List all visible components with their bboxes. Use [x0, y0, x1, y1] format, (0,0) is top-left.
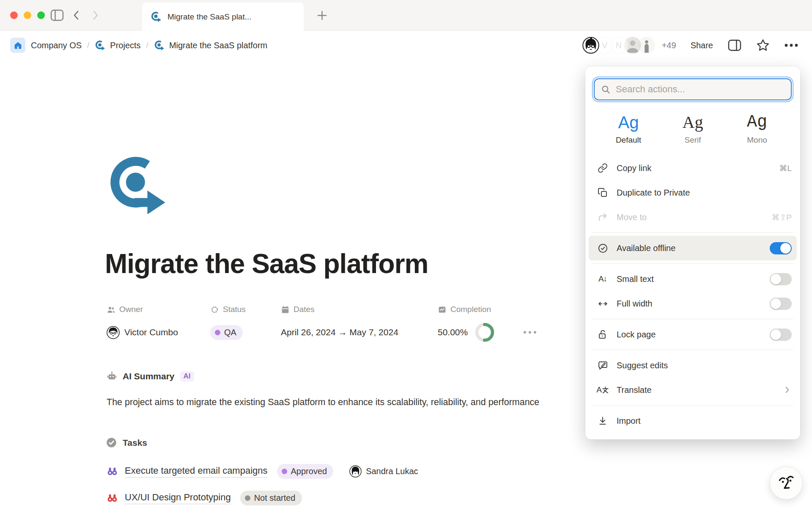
breadcrumb-item-current-page[interactable]: Migrate the SaaS platform — [154, 40, 267, 51]
check-circle-icon — [596, 243, 609, 254]
font-option-mono[interactable]: Ag Mono — [725, 113, 789, 145]
page-options-menu: Ag Default Ag Serif Ag Mono Copy link ⌘L… — [585, 66, 800, 439]
breadcrumb: Company OS / Projects / Migrate the SaaS… — [10, 38, 267, 53]
calendar-icon — [281, 305, 290, 314]
property-label-status[interactable]: Status — [210, 304, 281, 315]
tab-title: Migrate the SaaS plat... — [167, 12, 252, 22]
property-value-owner[interactable]: Victor Cumbo — [107, 323, 210, 342]
tag-dot — [215, 330, 220, 335]
menu-item-copy-link[interactable]: Copy link ⌘L — [585, 156, 800, 180]
menu-divider — [592, 263, 793, 264]
menu-item-available-offline[interactable]: Available offline — [589, 236, 797, 260]
menu-item-move-to[interactable]: Move to ⌘⇧P — [585, 205, 800, 229]
full-width-toggle[interactable] — [770, 298, 792, 310]
cycle-icon — [154, 40, 165, 51]
property-value-status[interactable]: QA — [210, 323, 281, 342]
window-titlebar: Migrate the SaaS plat... — [0, 0, 812, 30]
menu-item-translate[interactable]: A Translate — [585, 378, 800, 402]
collaborator-overflow-count[interactable]: +49 — [662, 41, 676, 50]
font-option-serif[interactable]: Ag Serif — [661, 113, 725, 145]
minimize-window-button[interactable] — [24, 11, 31, 19]
task-status-tag[interactable]: Approved — [277, 464, 334, 479]
task-link[interactable]: UX/UI Design Prototyping — [125, 492, 231, 504]
spinner-icon — [210, 305, 219, 314]
font-option-default[interactable]: Ag Default — [596, 113, 661, 145]
link-icon — [596, 163, 609, 173]
breadcrumb-item-company-os[interactable]: Company OS — [31, 41, 82, 50]
small-text-icon: A↓ — [596, 274, 609, 284]
menu-divider — [592, 350, 793, 350]
menu-item-lock-page[interactable]: Lock page — [585, 322, 800, 347]
check-circle-icon — [106, 437, 117, 448]
tag-dot — [245, 495, 250, 501]
binoculars-icon — [107, 492, 118, 504]
binoculars-icon — [107, 466, 118, 477]
task-row: UX/UI Design Prototyping Not started — [107, 488, 302, 508]
breadcrumb-separator: / — [146, 41, 148, 50]
ai-face-icon — [774, 471, 798, 495]
menu-item-import[interactable]: Import — [585, 409, 800, 433]
toggle-sidebar-icon[interactable] — [50, 8, 64, 22]
breadcrumb-bar: Company OS / Projects / Migrate the SaaS… — [0, 30, 812, 60]
robot-icon — [107, 371, 117, 381]
shortcut-label: ⌘⇧P — [771, 213, 792, 222]
property-label-dates[interactable]: Dates — [281, 304, 438, 315]
assignee-avatar — [349, 465, 362, 478]
task-assignee[interactable]: Sandra Lukac — [349, 465, 418, 478]
move-to-icon — [596, 212, 609, 222]
favorite-star-icon[interactable] — [756, 39, 770, 52]
available-offline-toggle[interactable] — [770, 242, 792, 254]
nav-back-button[interactable] — [69, 8, 84, 22]
search-actions-input[interactable] — [616, 84, 785, 95]
property-value-completion[interactable]: 50.00% — [438, 323, 536, 342]
avatar — [582, 36, 600, 55]
small-text-toggle[interactable] — [770, 273, 792, 285]
tasks-heading: Tasks — [123, 438, 147, 448]
import-icon — [596, 416, 609, 426]
property-label-owner[interactable]: Owner — [107, 304, 210, 315]
shortcut-label: ⌘L — [779, 163, 792, 173]
app-window: Migrate the SaaS plat... Company OS / Pr… — [0, 0, 812, 508]
page-title[interactable]: Migrate the SaaS platform — [105, 248, 428, 279]
cycle-icon — [151, 11, 162, 22]
property-more-icon[interactable] — [524, 331, 536, 334]
suggest-edits-icon — [596, 360, 609, 371]
search-icon — [601, 84, 611, 95]
submenu-chevron-icon — [782, 385, 792, 395]
menu-item-full-width[interactable]: Full width — [585, 291, 800, 316]
more-options-icon[interactable] — [784, 43, 798, 47]
font-picker: Ag Default Ag Serif Ag Mono — [585, 100, 800, 156]
breadcrumb-item-projects[interactable]: Projects — [95, 40, 140, 51]
lock-page-toggle[interactable] — [770, 329, 792, 341]
menu-item-suggest-edits[interactable]: Suggest edits — [585, 353, 800, 378]
chart-icon — [438, 305, 447, 314]
page-properties: Owner Status Dates Completion Victor Cum… — [107, 304, 536, 342]
search-actions-field — [594, 78, 792, 100]
property-value-dates[interactable]: April 26, 2024 → May 7, 2024 — [281, 323, 438, 342]
unlock-icon — [596, 329, 609, 340]
menu-item-small-text[interactable]: A↓ Small text — [585, 267, 800, 291]
property-label-completion[interactable]: Completion — [438, 304, 536, 315]
share-button[interactable]: Share — [691, 41, 713, 50]
duplicate-icon — [596, 188, 609, 198]
menu-item-duplicate[interactable]: Duplicate to Private — [585, 180, 800, 205]
task-status-tag[interactable]: Not started — [240, 491, 302, 505]
tasks-header: Tasks — [106, 437, 147, 448]
breadcrumb-separator: / — [87, 41, 89, 50]
tag-dot — [282, 469, 287, 474]
browser-tab-active[interactable]: Migrate the SaaS plat... — [142, 3, 304, 31]
page-icon[interactable] — [107, 152, 169, 217]
ai-summary-header: AI Summary AI — [107, 371, 194, 381]
home-icon[interactable] — [10, 38, 25, 53]
menu-divider — [592, 232, 793, 233]
collaborator-avatars[interactable]: V N — [582, 36, 656, 55]
task-link[interactable]: Execute targeted email campaigns — [125, 465, 268, 478]
new-tab-button[interactable] — [315, 8, 329, 22]
cycle-icon — [95, 40, 106, 51]
close-window-button[interactable] — [10, 11, 18, 19]
open-side-panel-icon[interactable] — [727, 39, 742, 52]
nav-forward-button[interactable] — [88, 8, 102, 22]
zoom-window-button[interactable] — [37, 11, 45, 19]
task-row: Execute targeted email campaigns Approve… — [107, 461, 418, 481]
notion-ai-button[interactable] — [770, 467, 803, 500]
